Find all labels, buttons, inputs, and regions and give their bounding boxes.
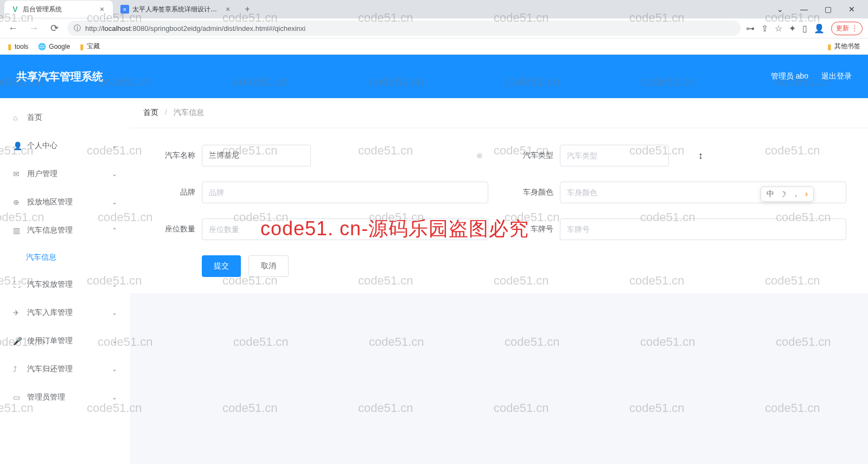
mail-icon: ✉ xyxy=(13,170,22,178)
minimize-icon[interactable]: — xyxy=(794,2,814,17)
header-right: 管理员 abo 退出登录 xyxy=(771,72,852,81)
profile-icon[interactable]: 👤 xyxy=(814,23,825,34)
sidebar-item-deploy[interactable]: ⛶汽车投放管理⌄ xyxy=(0,270,130,299)
ime-lang[interactable]: 中 xyxy=(767,189,774,199)
sidebar-item-orders[interactable]: 🎤使用订单管理⌄ xyxy=(0,327,130,355)
chevron-up-icon: ⌃ xyxy=(112,227,117,234)
maximize-icon[interactable]: ▢ xyxy=(818,2,838,17)
seats-input[interactable] xyxy=(202,218,488,240)
brand-input[interactable] xyxy=(202,182,488,203)
browser-chrome: V 后台管理系统 × ≡ 太平人寿签章系统详细设计文档 × + ⌄ — ▢ ✕ … xyxy=(0,0,868,55)
chevron-down-icon: ⌄ xyxy=(112,198,117,206)
reload-button[interactable]: ⟳ xyxy=(47,22,62,34)
cancel-button[interactable]: 取消 xyxy=(248,255,289,277)
clear-icon[interactable]: ⊗ xyxy=(476,151,483,160)
form-area: 汽车名称 ⊗ 汽车类型 ↕ 品牌 xyxy=(130,128,868,293)
star-icon[interactable]: ☆ xyxy=(775,23,782,34)
address-bar: ← → ⟳ ⓘ http://localhost:8080/springboot… xyxy=(0,18,868,38)
sidebar-item-region[interactable]: ⊕投放地区管理⌄ xyxy=(0,188,130,216)
sidebar-item-admins[interactable]: ▭管理员管理⌄ xyxy=(0,383,130,411)
reader-icon[interactable]: ▯ xyxy=(802,23,807,34)
toolbar-right: ⊶ ⇪ ☆ ✦ ▯ 👤 更新 ⋮ xyxy=(746,22,863,35)
name-label: 汽车名称 xyxy=(152,151,195,160)
form-actions: 提交 取消 xyxy=(152,255,846,277)
seats-label: 座位数量 xyxy=(152,224,195,234)
chevron-down-icon: ⌄ xyxy=(112,170,117,178)
chevron-down-icon: ⌄ xyxy=(112,337,117,345)
home-icon: ⌂ xyxy=(13,113,22,122)
chat-icon: ▭ xyxy=(13,393,22,402)
mic-icon: 🎤 xyxy=(13,337,22,345)
ime-comma[interactable]: ， xyxy=(792,189,800,199)
close-icon[interactable]: × xyxy=(224,5,232,14)
user-icon: 👤 xyxy=(13,141,22,150)
user-link[interactable]: 管理员 abo xyxy=(771,72,808,81)
type-label: 汽车类型 xyxy=(510,151,553,160)
bookmark-tools[interactable]: ▮tools xyxy=(8,42,28,51)
breadcrumb: 首页 / 汽车信息 xyxy=(130,98,868,127)
breadcrumb-home[interactable]: 首页 xyxy=(143,108,158,117)
forward-button[interactable]: → xyxy=(26,23,41,34)
ime-widget[interactable]: 中 ☽ ， › xyxy=(761,186,814,202)
name-input[interactable] xyxy=(202,145,311,166)
update-button[interactable]: 更新 ⋮ xyxy=(831,22,863,35)
color-label: 车身颜色 xyxy=(510,188,553,197)
folder-icon: ▮ xyxy=(80,42,84,51)
chevron-down-icon: ⌄ xyxy=(112,142,117,150)
browser-tab-active[interactable]: V 后台管理系统 × xyxy=(4,1,113,18)
sidebar-item-inbound[interactable]: ✈汽车入库管理⌄ xyxy=(0,299,130,327)
url-input[interactable]: ⓘ http://localhost:8080/springboot2eidg/… xyxy=(67,21,741,36)
browser-tab-inactive[interactable]: ≡ 太平人寿签章系统详细设计文档 × xyxy=(114,1,239,18)
content: 首页 / 汽车信息 汽车名称 ⊗ 汽车类型 ↕ xyxy=(130,98,868,464)
back-button[interactable]: ← xyxy=(5,23,21,34)
bookmarks-bar: ▮tools 🌐Google ▮宝藏 ▮其他书签 xyxy=(0,38,868,54)
sidebar-item-home[interactable]: ⌂首页 xyxy=(0,104,130,132)
chevron-down-icon: ⌄ xyxy=(112,365,117,373)
brand-label: 品牌 xyxy=(152,188,195,197)
moon-icon[interactable]: ☽ xyxy=(780,190,787,198)
form-group-name: 汽车名称 ⊗ xyxy=(152,145,488,166)
url-text: http://localhost:8080/springboot2eidg/ad… xyxy=(85,24,305,33)
bookmark-google[interactable]: 🌐Google xyxy=(38,43,70,50)
tab-strip: V 后台管理系统 × ≡ 太平人寿签章系统详细设计文档 × + ⌄ — ▢ ✕ xyxy=(0,0,868,18)
resize-cursor-icon: ↕ xyxy=(698,150,703,162)
globe-icon: ⊕ xyxy=(13,198,22,207)
close-icon[interactable]: × xyxy=(98,5,106,14)
tab-title: 后台管理系统 xyxy=(23,5,94,14)
folder-icon: ▮ xyxy=(8,42,12,51)
sidebar-sub-carinfo[interactable]: 汽车信息 xyxy=(0,244,130,270)
sidebar-item-users[interactable]: ✉用户管理⌄ xyxy=(0,160,130,188)
folder-icon: ▮ xyxy=(827,42,832,51)
submit-button[interactable]: 提交 xyxy=(202,255,241,277)
sidebar: ⌂首页 👤个人中心⌄ ✉用户管理⌄ ⊕投放地区管理⌄ ▥汽车信息管理⌃ 汽车信息… xyxy=(0,98,130,464)
chevron-right-icon[interactable]: › xyxy=(805,189,808,199)
chevron-down-icon: ⌄ xyxy=(112,281,117,288)
plate-input[interactable] xyxy=(560,218,846,240)
breadcrumb-sep: / xyxy=(165,108,167,117)
chevron-down-icon: ⌄ xyxy=(112,309,117,317)
sidebar-item-profile[interactable]: 👤个人中心⌄ xyxy=(0,132,130,160)
key-icon[interactable]: ⊶ xyxy=(746,23,755,34)
form-group-plate: 车牌号 xyxy=(510,218,846,240)
form-group-seats: 座位数量 xyxy=(152,218,488,240)
share-icon[interactable]: ⇪ xyxy=(761,23,768,34)
extensions-icon[interactable]: ✦ xyxy=(789,23,796,34)
tab-title: 太平人寿签章系统详细设计文档 xyxy=(132,5,220,14)
vue-icon: V xyxy=(11,5,20,14)
close-window-icon[interactable]: ✕ xyxy=(842,2,861,17)
breadcrumb-current: 汽车信息 xyxy=(174,108,204,117)
expand-icon: ⛶ xyxy=(13,280,22,289)
info-icon: ⓘ xyxy=(74,23,81,33)
new-tab-button[interactable]: + xyxy=(240,2,255,17)
window-controls: ⌄ — ▢ ✕ xyxy=(770,2,868,17)
sidebar-item-carinfo[interactable]: ▥汽车信息管理⌃ xyxy=(0,216,130,244)
sidebar-item-return[interactable]: ⤴汽车归还管理⌄ xyxy=(0,355,130,383)
form-group-type: 汽车类型 ↕ xyxy=(510,145,846,166)
type-select[interactable] xyxy=(560,145,669,166)
dropdown-icon[interactable]: ⌄ xyxy=(770,2,790,17)
logout-link[interactable]: 退出登录 xyxy=(821,72,852,81)
bookmark-baozang[interactable]: ▮宝藏 xyxy=(80,42,100,51)
app-title: 共享汽车管理系统 xyxy=(16,69,103,84)
app-body: ⌂首页 👤个人中心⌄ ✉用户管理⌄ ⊕投放地区管理⌄ ▥汽车信息管理⌃ 汽车信息… xyxy=(0,98,868,464)
bookmark-other[interactable]: ▮其他书签 xyxy=(827,42,860,51)
